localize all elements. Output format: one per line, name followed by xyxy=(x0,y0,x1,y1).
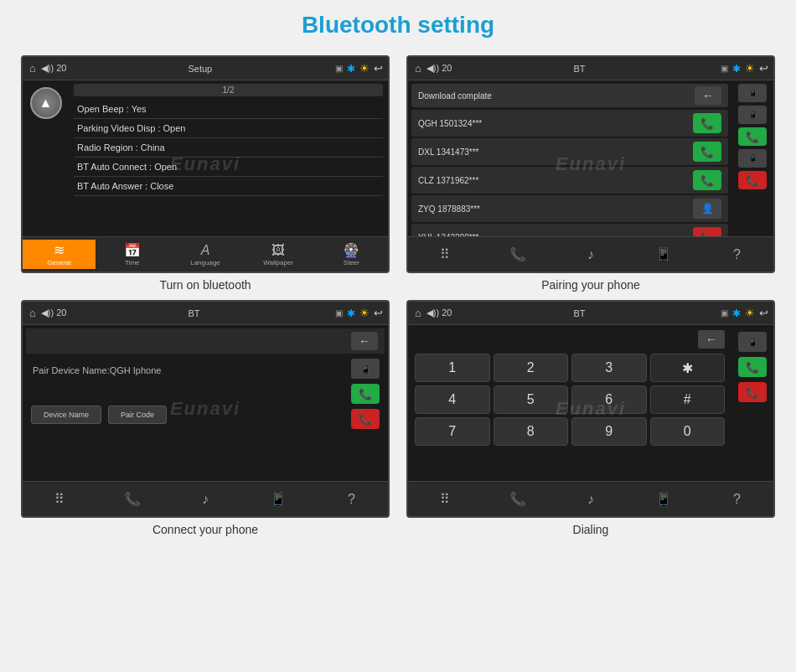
tab-language[interactable]: A Language xyxy=(168,240,241,269)
bt-device-1-name: DXL 1341473*** xyxy=(418,147,693,157)
screen4-label: BT xyxy=(573,308,717,318)
side-device-btn[interactable]: 📱 xyxy=(351,359,380,379)
tab3-music[interactable]: ♪ xyxy=(168,489,241,509)
time-tab-icon: 📅 xyxy=(124,242,141,258)
bt-icon-3: ✱ xyxy=(347,308,355,319)
tab2-grid[interactable]: ⠿ xyxy=(408,244,481,265)
bt-device-1[interactable]: DXL 1341473*** 📞 xyxy=(411,138,728,165)
screen2-side-actions: 📱 📱 📞 📱 📞 xyxy=(731,80,773,236)
setting-open-beep[interactable]: Open Beep : Yes xyxy=(74,100,383,119)
back-icon-1[interactable]: ↩ xyxy=(374,62,383,75)
screen3-display: ⌂ ◀)) 20 BT ▣ ✱ ☀ ↩ - ← 📱 xyxy=(21,300,390,518)
dialpad-panel: - ← 1 2 3 ✱ 4 5 6 # 7 8 xyxy=(408,325,731,481)
screen1-topbar: ⌂ ◀)) 20 Setup ▣ ✱ ☀ ↩ xyxy=(23,57,388,80)
tab-wallpaper[interactable]: 🖼 Wallpaper xyxy=(242,240,315,269)
dialpad-back-btn[interactable]: ← xyxy=(698,330,725,349)
tab4-device[interactable]: 📱 xyxy=(628,488,700,509)
pair-code-btn[interactable]: Pair Code xyxy=(108,406,167,424)
setting-bt-connect[interactable]: BT Auto Connect : Open xyxy=(74,158,383,177)
bt-device-0[interactable]: QGH 1501324*** 📞 xyxy=(411,110,728,137)
back-icon-2[interactable]: ↩ xyxy=(759,62,768,75)
nav-up-button[interactable]: ▲ xyxy=(30,87,62,119)
tab3-help[interactable]: ? xyxy=(315,489,388,509)
bt-contact-btn-3[interactable]: 👤 xyxy=(693,199,721,219)
device-icon: 📱 xyxy=(655,246,672,262)
tab2-music[interactable]: ♪ xyxy=(554,245,627,265)
side-answer-btn[interactable]: 📞 xyxy=(351,384,380,404)
side-call-red[interactable]: 📞 xyxy=(738,171,767,189)
dialpad-key-2[interactable]: 2 xyxy=(494,354,569,382)
help-icon-3: ? xyxy=(348,492,355,507)
home-icon-2[interactable]: ⌂ xyxy=(413,62,423,75)
sd-icon: ▣ xyxy=(335,64,343,73)
tab-time[interactable]: 📅 Time xyxy=(96,240,168,269)
dialpad-key-3[interactable]: 3 xyxy=(571,354,647,382)
screen4-topbar-right: ▣ ✱ ☀ ↩ xyxy=(721,307,768,319)
dialpad-key-1[interactable]: 1 xyxy=(415,354,490,382)
setting-radio-region[interactable]: Radio Region : China xyxy=(74,138,383,158)
setting-bt-answer[interactable]: BT Auto Answer : Close xyxy=(74,177,383,196)
screen1-volume: ◀)) 20 xyxy=(41,63,185,74)
bt-call-btn-0[interactable]: 📞 xyxy=(693,113,721,133)
side-btn-1[interactable]: 📱 xyxy=(738,106,767,124)
screen4-content: - ← 1 2 3 ✱ 4 5 6 # 7 8 xyxy=(408,325,773,481)
screen3-side-btns: 📱 📞 📞 xyxy=(351,359,380,429)
general-tab-icon: ≋ xyxy=(54,242,65,258)
side-btn-0[interactable]: 📱 xyxy=(738,84,767,102)
dialpad-keys: 1 2 3 ✱ 4 5 6 # 7 8 9 0 xyxy=(415,354,725,446)
side-btn-2[interactable]: 📱 xyxy=(738,149,767,168)
tab4-music[interactable]: ♪ xyxy=(554,489,627,509)
tab-general[interactable]: ≋ General xyxy=(23,240,96,269)
dialpad-key-4[interactable]: 4 xyxy=(415,385,490,414)
screen1-content: ▲ 1/2 Open Beep : Yes Parking Video Disp… xyxy=(23,80,388,236)
side-hangup-btn[interactable]: 📞 xyxy=(351,409,380,429)
tab2-help[interactable]: ? xyxy=(700,245,773,265)
bt-device-2[interactable]: CLZ 1371962*** 📞 xyxy=(411,167,728,194)
grid-icon: ⠿ xyxy=(440,246,450,262)
tab4-phone[interactable]: 📞 xyxy=(481,488,554,509)
tab2-phone[interactable]: 📞 xyxy=(481,244,554,265)
dialpad-key-star[interactable]: ✱ xyxy=(650,354,726,382)
connect-back-btn[interactable]: ← xyxy=(351,332,378,350)
bt-icon-2: ✱ xyxy=(732,63,741,75)
tab2-device[interactable]: 📱 xyxy=(628,244,700,265)
dialpad-key-hash[interactable]: # xyxy=(650,385,726,414)
download-back-btn[interactable]: ← xyxy=(695,86,721,105)
bt-call-btn-2[interactable]: 📞 xyxy=(693,170,721,190)
side-call-red-4[interactable]: 📞 xyxy=(738,382,767,402)
side-call-green[interactable]: 📞 xyxy=(738,127,767,146)
screen4-display: ⌂ ◀)) 20 BT ▣ ✱ ☀ ↩ - ← xyxy=(406,300,775,518)
side-device-btn-4[interactable]: 📱 xyxy=(738,332,767,352)
screen1-settings-panel: 1/2 Open Beep : Yes Parking Video Disp :… xyxy=(69,80,388,236)
tab3-grid[interactable]: ⠿ xyxy=(23,488,96,509)
screen4-tabbar: ⠿ 📞 ♪ 📱 ? xyxy=(408,481,773,516)
screen4-volume: ◀)) 20 xyxy=(426,308,571,318)
dialpad-key-0[interactable]: 0 xyxy=(650,417,726,446)
tab3-device[interactable]: 📱 xyxy=(242,488,315,509)
back-icon-3[interactable]: ↩ xyxy=(374,307,383,319)
bt-device-3[interactable]: ZYQ 1878883*** 👤 xyxy=(411,195,728,222)
screen4-side-btns: 📱 📞 📞 xyxy=(731,325,773,481)
tab3-phone[interactable]: 📞 xyxy=(96,488,168,509)
tab4-grid[interactable]: ⠿ xyxy=(408,488,481,509)
home-icon-3[interactable]: ⌂ xyxy=(28,307,38,319)
tab-steer[interactable]: 🎡 Steer xyxy=(315,240,388,269)
screen3-topbar: ⌂ ◀)) 20 BT ▣ ✱ ☀ ↩ xyxy=(23,302,388,325)
dialpad-key-5[interactable]: 5 xyxy=(494,385,569,414)
bt-call-btn-1[interactable]: 📞 xyxy=(693,142,721,162)
side-call-green-4[interactable]: 📞 xyxy=(738,357,767,377)
tab4-help[interactable]: ? xyxy=(700,489,773,509)
dialpad-key-6[interactable]: 6 xyxy=(571,385,647,414)
sun-icon-4: ☀ xyxy=(745,307,755,319)
dialpad-key-7[interactable]: 7 xyxy=(415,417,490,446)
phone-icon: 📞 xyxy=(509,246,526,262)
back-icon-4[interactable]: ↩ xyxy=(759,307,768,319)
dialpad-key-9[interactable]: 9 xyxy=(571,417,647,446)
bt-icon-1: ✱ xyxy=(347,63,355,75)
dialpad-key-8[interactable]: 8 xyxy=(494,417,569,446)
home-icon-4[interactable]: ⌂ xyxy=(413,307,423,319)
setting-parking-video[interactable]: Parking Video Disp : Open xyxy=(74,119,383,138)
wallpaper-tab-icon: 🖼 xyxy=(271,243,285,258)
device-name-btn[interactable]: Device Name xyxy=(31,406,101,424)
home-icon[interactable]: ⌂ xyxy=(28,62,38,75)
